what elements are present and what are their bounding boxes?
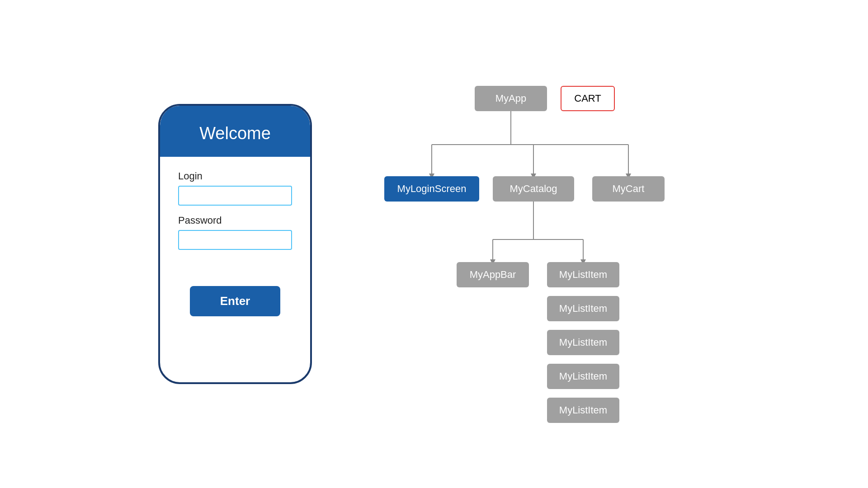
- login-input[interactable]: [178, 186, 292, 206]
- tree-diagram: MyApp CART MyLoginScreen MyCatalog MyCar…: [384, 86, 710, 402]
- node-mycart: MyCart: [592, 176, 665, 202]
- phone-mockup: Welcome Login Password Enter: [158, 104, 312, 384]
- password-label: Password: [178, 215, 292, 226]
- node-myapp: MyApp: [475, 86, 547, 111]
- phone-header: Welcome: [160, 106, 310, 157]
- node-myappbar: MyAppBar: [457, 262, 529, 287]
- password-form-group: Password: [178, 215, 292, 250]
- main-container: Welcome Login Password Enter: [0, 0, 868, 488]
- node-mylistitem-2: MyListItem: [547, 296, 619, 321]
- password-input[interactable]: [178, 230, 292, 250]
- node-mylistitem-1: MyListItem: [547, 262, 619, 287]
- phone-container: Welcome Login Password Enter: [158, 104, 312, 384]
- phone-body: Login Password Enter: [160, 157, 310, 382]
- node-myloginscreen: MyLoginScreen: [384, 176, 479, 202]
- node-cart: CART: [561, 86, 615, 111]
- node-mylistitem-3: MyListItem: [547, 330, 619, 355]
- login-label: Login: [178, 170, 292, 182]
- node-mylistitem-5: MyListItem: [547, 398, 619, 423]
- node-mylistitem-4: MyListItem: [547, 364, 619, 389]
- node-mycatalog: MyCatalog: [493, 176, 574, 202]
- tree-svg: [384, 86, 710, 402]
- enter-btn-container: Enter: [178, 286, 292, 316]
- login-form-group: Login: [178, 170, 292, 206]
- enter-button[interactable]: Enter: [190, 286, 280, 316]
- phone-title: Welcome: [199, 124, 271, 143]
